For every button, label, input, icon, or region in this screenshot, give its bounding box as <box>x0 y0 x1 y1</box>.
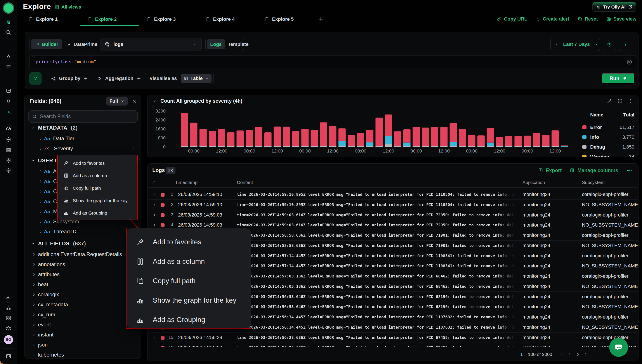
kebab-icon[interactable] <box>132 146 136 151</box>
chart-bar[interactable] <box>385 114 392 147</box>
chart-bar[interactable] <box>450 123 457 147</box>
copy-url-button[interactable]: Copy URL <box>497 16 527 22</box>
clear-query-icon[interactable] <box>626 59 632 65</box>
chevron-right-icon[interactable] <box>32 252 36 256</box>
chevron-right-icon[interactable] <box>39 147 42 150</box>
chevron-right-icon[interactable] <box>39 200 42 204</box>
field-item-instant[interactable]: instant <box>25 330 141 340</box>
chevron-right-icon[interactable] <box>39 230 42 234</box>
field-item-data-tier[interactable]: AaData Tier <box>25 134 141 144</box>
field-item-thread-id[interactable]: AaThread ID <box>25 226 141 236</box>
builder-mode-button[interactable]: Builder <box>31 39 62 50</box>
chart-bar[interactable] <box>181 113 188 147</box>
chevron-right-icon[interactable] <box>39 210 42 214</box>
field-item-beat[interactable]: beat <box>25 280 141 290</box>
collapse-sidebar-button[interactable] <box>4 352 13 360</box>
fields-scope-dropdown[interactable]: Full <box>106 96 128 106</box>
sidebar-item-dashboards[interactable] <box>4 86 13 95</box>
sidebar-item-search[interactable] <box>4 28 13 37</box>
all-views-link[interactable]: All views <box>55 4 81 10</box>
tab-explore-4[interactable]: Explore 4 <box>198 13 258 25</box>
sidebar-item-livetail[interactable] <box>4 146 13 154</box>
sidebar-item-settings[interactable] <box>4 324 13 333</box>
column-header-index[interactable]: # <box>152 180 155 185</box>
chart-bar[interactable] <box>255 127 262 147</box>
field-item-severity[interactable]: Severity <box>25 144 141 154</box>
sidebar-item-integrations[interactable] <box>4 304 13 312</box>
menu-item-add-to-favorites[interactable]: Add to favorites <box>58 157 137 169</box>
chart-bar[interactable] <box>394 131 401 147</box>
fields-section-metadata[interactable]: METADATA(2) <box>25 124 141 132</box>
chart-bar[interactable] <box>533 132 540 147</box>
time-range-picker[interactable]: Last 7 Days <box>550 38 600 51</box>
tab-explore-1[interactable]: Explore 1 <box>22 13 80 25</box>
tab-explore-5[interactable]: Explore 5 <box>258 13 316 25</box>
menu-item-copy-full-path[interactable]: Copy full path <box>126 271 251 290</box>
chevron-right-icon[interactable] <box>32 283 36 286</box>
chevron-right-icon[interactable] <box>39 137 42 140</box>
column-header-subsystem[interactable]: Subsystem <box>582 180 605 185</box>
chart-bar[interactable] <box>440 127 448 147</box>
run-button[interactable]: Run <box>602 73 635 84</box>
log-row-2[interactable]: 2 26/03/2026 14:59:10 time=2026-03-26T14… <box>148 200 638 210</box>
sidebar-item-posture-management[interactable] <box>4 166 13 175</box>
chart-bar[interactable] <box>468 135 475 147</box>
chevron-right-icon[interactable] <box>32 262 36 266</box>
sidebar-item-apm[interactable] <box>4 125 13 134</box>
chat-widget-button[interactable] <box>609 338 628 357</box>
chart-bar[interactable] <box>236 130 244 147</box>
column-header-content[interactable]: Content <box>237 180 253 185</box>
first-page-icon[interactable] <box>559 352 564 357</box>
group-by-button[interactable]: Group by <box>46 73 93 84</box>
field-item-event[interactable]: event <box>25 320 141 330</box>
field-item-coralogix[interactable]: coralogix <box>25 290 141 300</box>
tab-explore-2[interactable]: Explore 2 <box>80 13 140 25</box>
chevron-right-icon[interactable] <box>32 313 36 316</box>
chevron-right-icon[interactable] <box>32 343 36 347</box>
export-button[interactable]: Export <box>538 168 562 174</box>
chart-bar[interactable] <box>459 129 466 147</box>
field-item-additionaleventdata-requestdetails[interactable]: additionalEventData.RequestDetails <box>25 249 141 259</box>
sidebar-item-explore[interactable] <box>4 107 13 116</box>
menu-item-add-as-grouping[interactable]: Add as Grouping <box>126 310 251 330</box>
next-range-icon[interactable] <box>595 43 598 46</box>
chart-bar[interactable] <box>487 128 494 147</box>
field-item-cx-metadata[interactable]: cx_metadata <box>25 300 141 310</box>
previous-range-icon[interactable] <box>554 43 558 46</box>
chart-bar[interactable] <box>274 126 281 147</box>
chart-bar[interactable] <box>505 136 512 147</box>
chart-bar[interactable] <box>283 127 290 147</box>
fullscreen-chart-icon[interactable] <box>618 98 622 103</box>
column-header-application[interactable]: Application <box>522 180 545 185</box>
column-header-timestamp[interactable]: Timestamp <box>175 180 198 185</box>
expand-row-icon[interactable] <box>153 203 156 206</box>
edit-chart-icon[interactable] <box>607 98 612 103</box>
field-item-cx-rum[interactable]: cx_rum <box>25 310 141 320</box>
menu-item-show-the-graph-for-the-key[interactable]: Show the graph for the key <box>58 194 137 207</box>
aggregation-button[interactable]: Aggregation <box>92 73 146 84</box>
chevron-right-icon[interactable] <box>32 303 36 306</box>
chart-bar[interactable] <box>496 137 503 147</box>
chart-bar[interactable] <box>514 136 522 147</box>
chart-bar[interactable] <box>311 130 318 147</box>
chart-bar[interactable] <box>301 129 308 147</box>
workspace-logo[interactable] <box>4 4 13 13</box>
chart-bar[interactable] <box>412 127 420 147</box>
field-item-kubernetes[interactable]: kubernetes <box>25 350 141 359</box>
expand-row-icon[interactable] <box>153 336 156 339</box>
expand-row-icon[interactable] <box>153 193 156 196</box>
create-alert-button[interactable]: Create alert <box>536 16 569 22</box>
last-page-icon[interactable] <box>584 352 588 357</box>
chart-bar[interactable] <box>431 127 438 147</box>
chart-bar[interactable] <box>422 128 429 147</box>
legend-row-error[interactable]: Error 61,517 <box>582 122 636 132</box>
chevron-right-icon[interactable] <box>39 180 42 183</box>
chart-bar[interactable] <box>366 130 374 147</box>
chart-bar[interactable] <box>561 146 568 147</box>
chart-bar[interactable] <box>320 122 327 147</box>
chart-bar[interactable] <box>200 129 207 147</box>
sidebar-item-coralogix-logo[interactable] <box>4 18 13 26</box>
chart-bar[interactable] <box>478 136 485 147</box>
chevron-right-icon[interactable] <box>32 273 36 276</box>
sidebar-item-security[interactable] <box>4 156 13 165</box>
